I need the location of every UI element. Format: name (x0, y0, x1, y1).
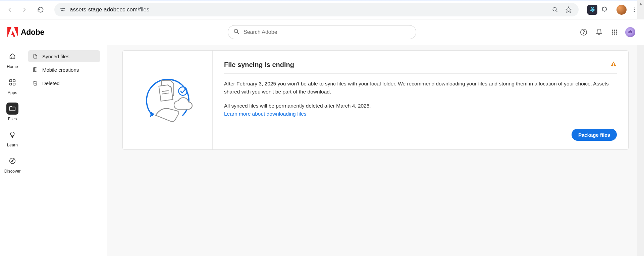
search-icon (233, 28, 239, 36)
svg-point-7 (592, 9, 593, 10)
rail-item-home[interactable]: Home (6, 50, 18, 69)
notice-title: File syncing is ending (224, 61, 294, 69)
lightbulb-icon (6, 129, 18, 141)
warning-icon (610, 61, 617, 69)
search-input[interactable] (244, 29, 411, 35)
rail-item-learn[interactable]: Learn (6, 129, 18, 147)
svg-rect-30 (13, 83, 15, 85)
folder-icon (6, 103, 18, 115)
search-bar[interactable] (228, 25, 416, 39)
bookmark-star-icon[interactable] (564, 5, 573, 14)
toolbar-divider (613, 6, 613, 14)
sidebar-item-label: Deleted (42, 80, 60, 86)
svg-point-0 (61, 8, 62, 9)
rail-item-files[interactable]: Files (6, 103, 18, 121)
rail-label: Home (7, 64, 18, 69)
svg-point-29 (10, 83, 12, 85)
svg-rect-28 (13, 80, 15, 82)
notice-paragraph-1: After February 3, 2025 you won't be able… (224, 80, 617, 96)
files-sidebar: Synced files Mobile creations Deleted (25, 19, 107, 256)
learn-more-link[interactable]: Learn more about downloading files (224, 111, 307, 117)
svg-rect-22 (614, 31, 615, 33)
extensions-area (587, 4, 640, 15)
svg-rect-41 (613, 63, 614, 65)
svg-marker-35 (150, 112, 154, 117)
rail-label: Learn (7, 143, 18, 147)
rail-label: Discover (4, 169, 21, 174)
zoom-icon[interactable] (550, 5, 560, 14)
svg-point-4 (553, 7, 556, 11)
svg-point-17 (583, 34, 584, 34)
sync-illustration-icon (138, 70, 198, 130)
svg-rect-19 (614, 30, 615, 31)
sidebar-item-deleted[interactable]: Deleted (28, 77, 100, 89)
svg-line-5 (556, 10, 557, 12)
svg-rect-25 (614, 34, 615, 35)
notice-actions: Package files (224, 124, 617, 141)
svg-rect-21 (612, 31, 613, 33)
notice-paragraph-2: All synced files will be permanently del… (224, 102, 617, 118)
svg-point-13 (634, 11, 635, 12)
notice-body2-text: All synced files will be permanently del… (224, 103, 371, 109)
react-devtools-extension-icon[interactable] (587, 5, 597, 15)
reload-button[interactable] (35, 4, 46, 15)
trash-icon (32, 80, 38, 86)
file-icon (32, 53, 38, 59)
mobile-icon (32, 67, 38, 73)
svg-point-2 (63, 10, 64, 11)
apps-icon (6, 76, 18, 88)
chrome-profile-avatar[interactable] (616, 5, 627, 15)
svg-point-14 (234, 29, 238, 33)
svg-marker-6 (566, 7, 572, 12)
sidebar-item-label: Synced files (42, 54, 69, 59)
sidebar-item-synced-files[interactable]: Synced files (28, 50, 100, 62)
back-button[interactable] (4, 4, 15, 15)
svg-rect-42 (613, 65, 614, 66)
svg-rect-23 (616, 31, 617, 33)
help-icon[interactable] (579, 27, 588, 37)
url-path: /files (138, 6, 149, 13)
svg-point-12 (634, 9, 635, 10)
sync-ending-notice-card: File syncing is ending After February 3,… (122, 50, 629, 150)
browser-toolbar: assets-stage.adobecc.com/files (0, 0, 644, 19)
notice-title-row: File syncing is ending (224, 61, 617, 74)
compass-icon (6, 155, 18, 167)
adobe-a-icon (7, 27, 18, 37)
notice-illustration (123, 51, 213, 149)
svg-point-40 (178, 87, 187, 95)
rail-item-apps[interactable]: Apps (6, 76, 18, 95)
svg-rect-24 (612, 34, 613, 35)
adobe-logo[interactable]: Adobe (7, 27, 44, 37)
notice-content: File syncing is ending After February 3,… (213, 51, 628, 149)
sidebar-item-mobile-creations[interactable]: Mobile creations (28, 64, 100, 76)
sidebar-item-label: Mobile creations (42, 67, 79, 73)
rail-item-discover[interactable]: Discover (4, 155, 21, 174)
svg-rect-26 (616, 34, 617, 35)
app-switcher-icon[interactable] (610, 27, 619, 37)
svg-line-15 (237, 33, 239, 34)
app-body: Home Apps Files Learn Discover (0, 19, 644, 256)
extensions-icon[interactable] (599, 5, 609, 15)
svg-rect-27 (10, 80, 12, 82)
notifications-icon[interactable] (594, 27, 604, 37)
package-files-button[interactable]: Package files (572, 129, 617, 141)
user-avatar[interactable] (625, 27, 635, 37)
adobe-wordmark: Adobe (21, 28, 44, 37)
scrollbar-up-icon[interactable]: ▴ (637, 0, 644, 7)
address-bar[interactable]: assets-stage.adobecc.com/files (54, 3, 579, 16)
left-rail: Home Apps Files Learn Discover (0, 19, 25, 256)
url-text: assets-stage.adobecc.com/files (70, 6, 546, 13)
home-icon (6, 50, 18, 62)
svg-point-11 (634, 7, 635, 8)
topbar-right (579, 27, 635, 37)
site-settings-icon[interactable] (60, 7, 66, 13)
rail-label: Files (8, 117, 17, 121)
main-content: File syncing is ending After February 3,… (107, 19, 644, 256)
svg-marker-32 (11, 160, 13, 162)
svg-rect-18 (612, 30, 613, 31)
rail-label: Apps (8, 90, 17, 95)
app-topbar: Adobe (0, 19, 644, 45)
url-host: assets-stage.adobecc.com (70, 6, 138, 13)
notice-body: After February 3, 2025 you won't be able… (224, 80, 617, 124)
forward-button[interactable] (19, 4, 30, 15)
